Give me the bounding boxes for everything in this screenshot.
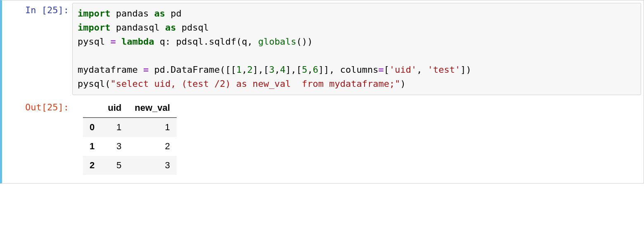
bracket: ],[	[253, 64, 269, 75]
num-1: 1	[236, 64, 242, 75]
comma: ,	[275, 64, 280, 75]
kw-as: as	[154, 8, 165, 19]
row-index: 2	[83, 156, 101, 175]
columns-kw: ]], columns	[318, 64, 379, 75]
output-prompt: Out[25]:	[2, 98, 72, 117]
input-row: In [25]: import pandas as pd import pand…	[2, 0, 644, 98]
input-prompt: In [25]:	[2, 0, 72, 20]
open-bracket: [	[384, 64, 389, 75]
comma-space: ,	[417, 64, 428, 75]
index-header-blank	[83, 98, 101, 118]
alias-pdsql: pdsql	[176, 22, 208, 33]
kw-as: as	[165, 22, 176, 33]
pkg-pandasql: pandasql	[110, 22, 165, 33]
kw-lambda: lambda	[121, 36, 154, 47]
pkg-pandas: pandas	[110, 8, 154, 19]
row-index: 1	[83, 137, 101, 156]
table-row: 2 5 3	[83, 156, 177, 175]
cell-new_val: 1	[128, 117, 177, 137]
comma: ,	[307, 64, 313, 75]
op-assign: =	[143, 64, 149, 75]
kw-import: import	[78, 8, 110, 19]
bracket: ],[	[285, 64, 302, 75]
num-3: 3	[269, 64, 275, 75]
lambda-body: q: pdsql.sqldf(q,	[154, 36, 258, 47]
notebook-cell: In [25]: import pandas as pd import pand…	[0, 0, 644, 184]
table-row: 1 3 2	[83, 137, 177, 156]
str-uid: 'uid'	[389, 64, 417, 75]
paren-close: )	[400, 79, 405, 89]
code-input-area[interactable]: import pandas as pd import pandasql as p…	[72, 3, 641, 95]
op-assign: =	[379, 64, 384, 75]
kw-import: import	[78, 22, 110, 33]
alias-pd: pd	[165, 8, 182, 19]
num-4: 4	[280, 64, 285, 75]
num-6: 6	[313, 64, 318, 75]
paren-close: ())	[296, 36, 313, 47]
num-5: 5	[302, 64, 307, 75]
dataframe-table: uid new_val 0 1 1 1 3 2	[83, 98, 177, 175]
comma: ,	[242, 64, 247, 75]
num-2: 2	[247, 64, 253, 75]
output-row: Out[25]: uid new_val 0 1	[2, 98, 644, 183]
call-pysql: pysql(	[78, 79, 110, 89]
call-dataframe: pd.DataFrame([[	[149, 64, 236, 75]
cell-new_val: 2	[128, 137, 177, 156]
str-test: 'test'	[428, 64, 460, 75]
cell-uid: 1	[101, 117, 128, 137]
op-assign: =	[110, 36, 116, 47]
table-row: 0 1 1	[83, 117, 177, 137]
col-header-uid: uid	[101, 98, 128, 118]
var-mydataframe: mydataframe	[78, 64, 143, 75]
col-header-new_val: new_val	[128, 98, 177, 118]
code-block: import pandas as pd import pandasql as p…	[78, 7, 636, 91]
cell-uid: 3	[101, 137, 128, 156]
sql-string: "select uid, (test /2) as new_val from m…	[110, 79, 400, 89]
fn-globals: globals	[258, 36, 296, 47]
var-pysql: pysql	[78, 36, 110, 47]
input-content: import pandas as pd import pandasql as p…	[72, 0, 644, 98]
cell-new_val: 3	[128, 156, 177, 175]
cell-uid: 5	[101, 156, 128, 175]
close-bracket: ])	[460, 64, 471, 75]
space	[116, 36, 121, 47]
output-content: uid new_val 0 1 1 1 3 2	[72, 98, 644, 183]
row-index: 0	[83, 117, 101, 137]
